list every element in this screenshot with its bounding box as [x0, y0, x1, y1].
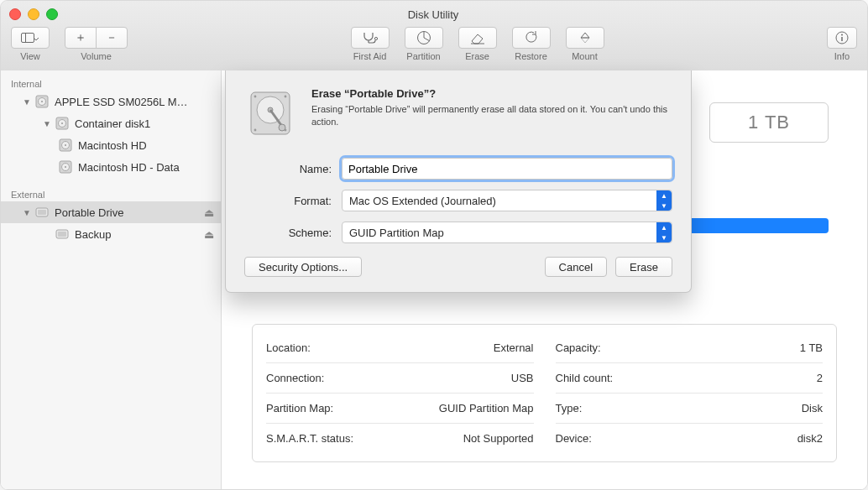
info-col-right: Capacity:1 TB Child count:2 Type:Disk De…: [556, 333, 824, 453]
eject-icon[interactable]: ⏏: [204, 206, 214, 219]
info-value: Disk: [802, 402, 823, 414]
capacity-badge: 1 TB: [709, 102, 829, 143]
format-popup[interactable]: Mac OS Extended (Journaled) ▲▼: [342, 190, 672, 211]
sidebar-item-label: Backup: [75, 228, 111, 241]
info-value: disk2: [797, 432, 823, 445]
format-label: Format:: [244, 195, 332, 207]
eraser-icon: [469, 31, 486, 44]
dialog-message: Erasing “Portable Drive” will permanentl…: [311, 103, 672, 128]
dialog-form: Name: Format: Mac OS Extended (Journaled…: [244, 158, 672, 243]
info-key: Device:: [556, 432, 592, 445]
sidebar-section-external: External: [1, 185, 221, 201]
mount-button[interactable]: [566, 27, 604, 49]
info-value: External: [494, 341, 534, 354]
info-key: Child count:: [556, 372, 614, 384]
svg-point-2: [374, 37, 377, 39]
scheme-value: GUID Partition Map: [349, 227, 444, 239]
info-value: USB: [511, 372, 534, 384]
info-label: Info: [834, 51, 850, 61]
stethoscope-icon: [361, 31, 379, 44]
info-key: Partition Map:: [266, 402, 333, 414]
hdd-icon: [34, 94, 50, 109]
erase-label: Erase: [465, 51, 489, 61]
sidebar-item-label: Macintosh HD: [78, 139, 147, 152]
hdd-icon: [55, 116, 70, 131]
svg-rect-21: [38, 210, 46, 215]
mount-label: Mount: [572, 51, 598, 61]
sidebar-item-internal-disk[interactable]: ▼ APPLE SSD SM0256L M…: [1, 91, 221, 112]
sidebar-icon: [21, 33, 39, 43]
sidebar-item-label: APPLE SSD SM0256L M…: [55, 96, 187, 108]
info-value: 2: [817, 372, 823, 384]
info-value: 1 TB: [800, 341, 823, 354]
sidebar-item-label: Container disk1: [75, 117, 150, 130]
cancel-button[interactable]: Cancel: [545, 257, 607, 277]
volume-remove-button[interactable]: －: [96, 27, 128, 49]
svg-point-31: [285, 129, 287, 132]
svg-point-6: [841, 34, 843, 36]
erase-dialog: Erase “Portable Drive”? Erasing “Portabl…: [225, 70, 692, 293]
info-col-left: Location:External Connection:USB Partiti…: [266, 333, 534, 453]
toolbar: View ＋ － Volume First Aid Partition: [1, 23, 867, 75]
info-button[interactable]: [827, 27, 857, 49]
info-value: Not Supported: [463, 432, 534, 445]
svg-point-29: [285, 96, 287, 98]
svg-point-10: [41, 101, 43, 102]
disclosure-triangle-icon[interactable]: ▼: [43, 119, 51, 128]
scheme-popup[interactable]: GUID Partition Map ▲▼: [342, 222, 672, 243]
sidebar-item-volume[interactable]: ▼ Backup ⏏: [1, 223, 221, 245]
disclosure-triangle-icon[interactable]: ▼: [23, 208, 31, 217]
mount-icon: [578, 31, 592, 44]
svg-point-13: [61, 122, 63, 124]
info-icon: [835, 31, 849, 44]
erase-button[interactable]: [458, 27, 497, 49]
hdd-icon: [58, 159, 73, 175]
name-label: Name:: [244, 163, 332, 175]
popup-stepper-icon: ▲▼: [656, 222, 672, 242]
disclosure-triangle-icon[interactable]: ▼: [23, 97, 31, 107]
sidebar-item-label: Portable Drive: [55, 206, 123, 219]
format-value: Mac OS Extended (Journaled): [349, 195, 496, 207]
external-hdd-icon: [34, 205, 50, 220]
eject-icon[interactable]: ⏏: [204, 228, 214, 241]
info-key: Location:: [266, 341, 311, 354]
security-options-button[interactable]: Security Options...: [244, 257, 362, 277]
info-panel: Location:External Connection:USB Partiti…: [252, 324, 837, 462]
svg-rect-23: [58, 232, 66, 237]
plus-icon: ＋: [75, 30, 86, 45]
info-key: Type:: [556, 402, 583, 414]
erase-confirm-button[interactable]: Erase: [615, 257, 672, 277]
first-aid-button[interactable]: [351, 27, 390, 49]
svg-rect-0: [22, 34, 34, 43]
partition-label: Partition: [406, 51, 440, 61]
sidebar: Internal ▼ APPLE SSD SM0256L M… ▼ Contai…: [1, 70, 222, 489]
pie-icon: [416, 30, 431, 45]
name-input[interactable]: [342, 158, 672, 180]
external-hdd-icon: [55, 227, 70, 242]
svg-point-28: [254, 96, 257, 98]
sidebar-item-external-disk[interactable]: ▼ Portable Drive ⏏: [1, 201, 221, 223]
partition-button[interactable]: [405, 27, 443, 49]
disk-utility-window: Disk Utility View ＋ － Volume First Aid: [0, 0, 868, 490]
popup-stepper-icon: ▲▼: [656, 190, 672, 211]
view-button[interactable]: [11, 27, 50, 49]
restore-label: Restore: [515, 51, 547, 61]
sidebar-item-volume[interactable]: Macintosh HD - Data: [1, 156, 221, 178]
sidebar-item-volume[interactable]: Macintosh HD: [1, 134, 221, 156]
restore-button[interactable]: [512, 27, 551, 49]
svg-point-16: [65, 144, 66, 146]
sidebar-item-container[interactable]: ▼ Container disk1: [1, 112, 221, 134]
window-title: Disk Utility: [8, 8, 859, 21]
volume-add-button[interactable]: ＋: [65, 27, 97, 49]
volume-label: Volume: [81, 51, 112, 61]
sidebar-item-label: Macintosh HD - Data: [78, 161, 180, 174]
dialog-title: Erase “Portable Drive”?: [311, 87, 672, 100]
minus-icon: －: [106, 30, 118, 45]
restore-icon: [524, 31, 539, 44]
info-key: S.M.A.R.T. status:: [266, 432, 353, 445]
svg-point-19: [65, 166, 66, 168]
svg-point-30: [254, 129, 257, 132]
info-value: GUID Partition Map: [439, 402, 534, 414]
hdd-icon: [58, 138, 73, 153]
first-aid-label: First Aid: [353, 51, 387, 61]
